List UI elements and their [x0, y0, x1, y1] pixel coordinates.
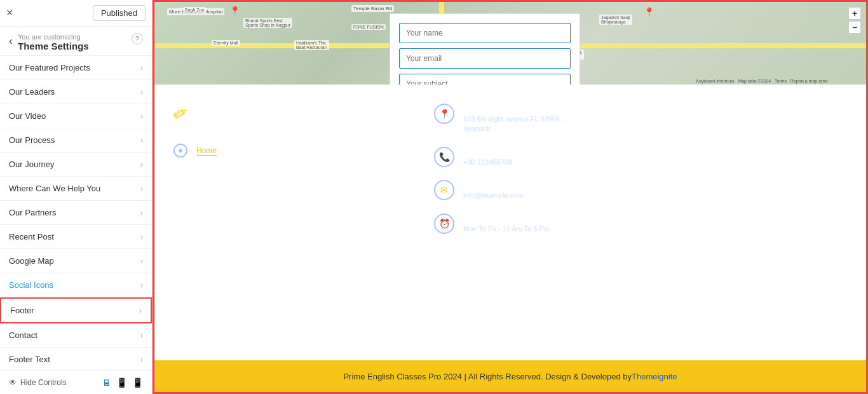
- map-label-eternity: Eternity Mall: [212, 40, 240, 46]
- inner-content: Mure Memorial Hospital Bharat Sports Bes…: [154, 2, 866, 392]
- map-pin-hospital: 📍: [229, 6, 240, 16]
- close-button[interactable]: ×: [6, 6, 13, 20]
- back-arrow-icon[interactable]: ‹: [9, 34, 13, 48]
- menu-item-label: Recent Post: [9, 232, 54, 241]
- published-button[interactable]: Published: [93, 5, 146, 21]
- phone-value: +00 123456708: [463, 158, 512, 167]
- menu-item-label: Our Video: [9, 111, 46, 121]
- map-controls: + −: [848, 7, 861, 34]
- chevron-right-icon: ›: [140, 233, 143, 241]
- nav-circle-inner: [179, 149, 182, 153]
- menu-item-label: Where Can We Help You: [9, 184, 100, 193]
- phone-icon: 📞: [434, 147, 454, 167]
- info-item-address: 📍 Address 123 6th eight avenue FL 32904 …: [434, 104, 847, 134]
- sidebar-menu: Our Featured Projects›Our Leaders›Our Vi…: [0, 56, 152, 370]
- social-icon-facebook[interactable]: f: [173, 170, 195, 192]
- map-label-haldiram: Haldiram's ThaBaat Restauran: [294, 40, 329, 50]
- menu-item-label: Contact: [9, 330, 37, 340]
- social-icon-youtube[interactable]: ▶: [257, 170, 279, 192]
- map-label-sports: Bharat Sports BestSports Shop in Nagpur: [243, 18, 292, 28]
- name-input[interactable]: [399, 23, 571, 43]
- phone-text: Phone +00 123456708: [463, 147, 512, 167]
- map-section: Mure Memorial Hospital Bharat Sports Bes…: [154, 2, 866, 85]
- nav-link-blog[interactable]: Blog: [252, 146, 268, 155]
- sidebar-item-footer-text[interactable]: Footer Text›: [0, 348, 152, 370]
- map-label-fone: FONE FUSION: [351, 24, 386, 30]
- tablet-icon[interactable]: 📱: [116, 377, 127, 388]
- menu-item-label: Google Map: [9, 256, 54, 266]
- nav-link-projects[interactable]: Projects: [315, 146, 342, 155]
- chevron-right-icon: ›: [140, 331, 143, 340]
- chevron-right-icon: ›: [139, 306, 142, 315]
- sidebar-header-left: ‹ You are customizing Theme Settings: [9, 33, 89, 51]
- address-label: Address: [463, 104, 564, 113]
- footer-text-before-link: Prime English Classes Pro 2024 | All Rig…: [343, 372, 632, 381]
- education-logo: ✏ Education: [173, 104, 383, 125]
- nav-link-page[interactable]: Page: [226, 146, 243, 155]
- sidebar-top-bar: × Published: [0, 0, 152, 27]
- sidebar-item-recent-post[interactable]: Recent Post›: [0, 225, 152, 249]
- nav-link-services[interactable]: Services: [276, 146, 306, 155]
- timing-label: Timing: [463, 214, 550, 223]
- social-icon-twitter[interactable]: t: [201, 170, 223, 192]
- address-text: Address 123 6th eight avenue FL 32904 ,N…: [463, 104, 564, 134]
- themeignite-link[interactable]: Themeignite: [632, 372, 677, 381]
- chevron-right-icon: ›: [140, 160, 143, 169]
- timing-value: Mon To Fri - 11 Am To 8 Pm: [463, 224, 550, 234]
- timing-icon: ⏰: [434, 214, 454, 234]
- phone-label: Phone: [463, 147, 512, 156]
- zoom-out-button[interactable]: −: [848, 21, 861, 34]
- social-icon-instagram[interactable]: ◎: [229, 170, 251, 192]
- chevron-right-icon: ›: [140, 355, 143, 364]
- timing-text: Timing Mon To Fri - 11 Am To 8 Pm: [463, 214, 550, 234]
- menu-item-label: Our Process: [9, 135, 55, 145]
- map-label-temple: Temple Bazar Rd: [351, 5, 394, 12]
- contact-form: Submit: [390, 13, 580, 85]
- menu-item-label: Our Partners: [9, 208, 56, 217]
- subject-input[interactable]: [399, 74, 571, 85]
- mobile-icon[interactable]: 📱: [132, 377, 143, 388]
- nav-links: HomePageBlogServicesProjectsContact: [173, 144, 383, 158]
- theme-settings-title: Theme Settings: [18, 41, 89, 51]
- menu-item-label: Footer Text: [9, 355, 50, 364]
- eye-icon: 👁: [9, 378, 17, 387]
- blue-section: ✏ Education HomePageBlogServicesProjects…: [154, 85, 866, 360]
- sidebar-item-our-featured-projects[interactable]: Our Featured Projects›: [0, 56, 152, 80]
- sidebar-title-group: You are customizing Theme Settings: [18, 33, 89, 51]
- address-icon: 📍: [434, 104, 454, 124]
- chevron-right-icon: ›: [140, 281, 143, 290]
- sidebar-item-our-process[interactable]: Our Process›: [0, 128, 152, 153]
- preview-frame: Mure Memorial Hospital Bharat Sports Bes…: [153, 0, 868, 394]
- desktop-icon[interactable]: 🖥: [102, 377, 111, 388]
- email-icon: ✉: [434, 180, 454, 200]
- sidebar-item-our-leaders[interactable]: Our Leaders›: [0, 80, 152, 104]
- sidebar-item-where-can-we-help-you[interactable]: Where Can We Help You›: [0, 177, 152, 201]
- map-label-zoo: Bagh Zoo: [183, 7, 206, 13]
- sidebar-item-our-video[interactable]: Our Video›: [0, 104, 152, 128]
- help-icon[interactable]: ?: [132, 33, 143, 44]
- sidebar-item-our-partners[interactable]: Our Partners›: [0, 201, 152, 225]
- menu-item-label: Footer: [10, 306, 34, 315]
- sidebar-item-footer[interactable]: Footer›: [0, 297, 152, 323]
- customizing-label: You are customizing: [18, 33, 89, 41]
- nav-link-home[interactable]: Home: [196, 146, 217, 156]
- sidebar-item-contact[interactable]: Contact›: [0, 323, 152, 348]
- chevron-right-icon: ›: [140, 184, 143, 193]
- info-item-phone: 📞 Phone +00 123456708: [434, 147, 847, 167]
- device-icons: 🖥 📱 📱: [102, 377, 143, 388]
- menu-item-label: Our Featured Projects: [9, 63, 90, 72]
- chevron-right-icon: ›: [140, 136, 143, 145]
- sidebar-item-social-icons[interactable]: Social Icons›: [0, 273, 152, 297]
- hide-controls-button[interactable]: 👁 Hide Controls: [9, 378, 67, 387]
- email-input[interactable]: [399, 48, 571, 69]
- email-label: Email Us: [463, 180, 523, 189]
- zoom-in-button[interactable]: +: [848, 7, 861, 20]
- sidebar-item-google-map[interactable]: Google Map›: [0, 249, 152, 273]
- sidebar-bottom: 👁 Hide Controls 🖥 📱 📱: [0, 370, 152, 394]
- nav-link-contact[interactable]: Contact: [351, 146, 377, 155]
- email-text: Email Us info@example.com: [463, 180, 523, 200]
- map-pin-jagadish: 📍: [644, 7, 654, 17]
- sidebar-item-our-journey[interactable]: Our Journey›: [0, 153, 152, 177]
- blue-section-right: 📍 Address 123 6th eight avenue FL 32904 …: [396, 85, 866, 360]
- blue-section-left: ✏ Education HomePageBlogServicesProjects…: [154, 85, 396, 360]
